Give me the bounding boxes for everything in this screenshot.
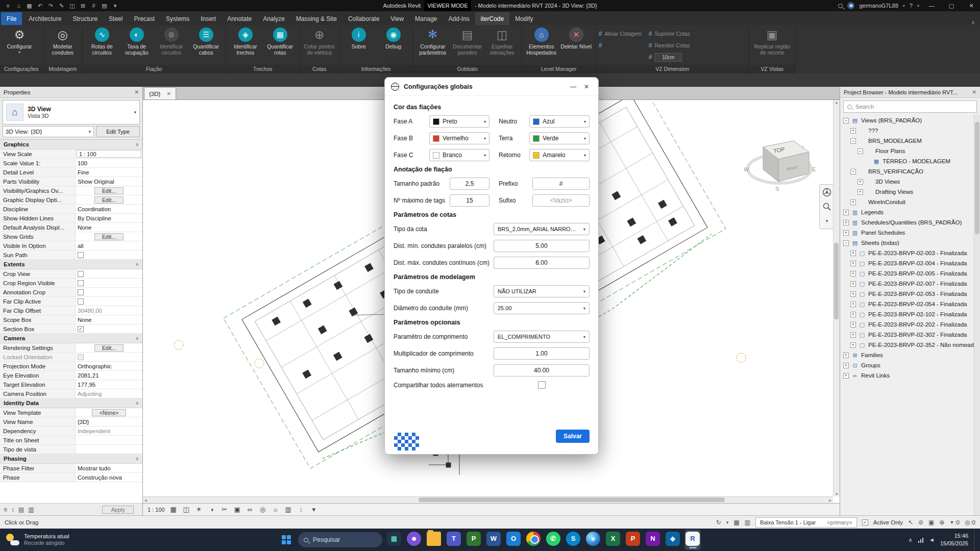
- help-dropdown-icon[interactable]: ▾: [917, 4, 919, 8]
- project-app-icon[interactable]: P: [467, 532, 481, 546]
- type-selector[interactable]: ⌂ 3D View Vista 3D ▾: [3, 100, 140, 124]
- section-box-checkbox[interactable]: ✓: [78, 326, 84, 332]
- tree-item[interactable]: −BRS_VERIFICAÇÃO: [840, 166, 980, 177]
- collapse-toggle[interactable]: −: [850, 138, 856, 144]
- collapse-toggle[interactable]: −: [843, 240, 849, 246]
- worksets-icon[interactable]: ▦: [733, 519, 739, 526]
- network-icon[interactable]: [918, 537, 924, 543]
- redo-icon[interactable]: ↷: [46, 0, 56, 11]
- quantificar-cabos-button[interactable]: ☰ Quantificar cabos: [189, 27, 223, 56]
- tab-itercode[interactable]: iterCode: [475, 12, 509, 25]
- identificar-circuitos-button[interactable]: ⊚ Identificar circuitos: [155, 27, 188, 56]
- vertical-scroll-thumb[interactable]: [834, 243, 839, 319]
- tag-icon[interactable]: #: [89, 0, 99, 11]
- view-tab-3d[interactable]: {3D} ✕: [144, 87, 176, 99]
- clock[interactable]: 15:46 15/05/2025: [940, 532, 968, 547]
- properties-list-icon[interactable]: ≡: [4, 506, 7, 513]
- design-option-select[interactable]: Baixa Tensão 1 - Ligar <primary>: [755, 517, 857, 528]
- dialog-close-button[interactable]: ✕: [581, 83, 592, 90]
- edit-button[interactable]: Edit...: [94, 196, 124, 204]
- multiplicador-input[interactable]: 1.00: [494, 347, 590, 360]
- weather-widget[interactable]: Temperatura atual Recorde atingido: [0, 533, 76, 547]
- dialog-header[interactable]: Configurações globais — ✕: [385, 78, 598, 96]
- 3d-view-icon[interactable]: ⊞: [78, 0, 88, 11]
- excel-icon[interactable]: X: [606, 532, 620, 546]
- people-app-icon[interactable]: ☻: [407, 532, 421, 546]
- tree-item-sheets[interactable]: −▤Sheets (todas): [840, 238, 980, 248]
- teams-icon[interactable]: T: [447, 532, 461, 546]
- tab-analyze[interactable]: Analyze: [257, 12, 290, 25]
- file-explorer-icon[interactable]: [427, 532, 441, 546]
- open-icon[interactable]: ▦: [24, 0, 34, 11]
- expand-toggle[interactable]: +: [843, 353, 849, 358]
- word-icon[interactable]: W: [486, 532, 501, 546]
- nav-options-icon[interactable]: ▾: [821, 215, 833, 227]
- section-identity-data[interactable]: Identity Data∧: [0, 398, 142, 408]
- tree-item-legends[interactable]: +▥Legends: [840, 207, 980, 217]
- tree-item-sheet[interactable]: +▢PE-E-2023-BRVP-02-005 - Finalizada: [840, 268, 980, 279]
- scroll-up-icon[interactable]: ▲: [835, 101, 839, 104]
- tree-item-sheet[interactable]: +▢PE-E-2023-BRVP-02-007 - Finalizada: [840, 279, 980, 289]
- far-clip-checkbox[interactable]: [78, 298, 84, 305]
- tab-structure[interactable]: Structure: [67, 12, 103, 25]
- tree-item-revit-links[interactable]: +∞Revit Links: [840, 370, 980, 381]
- start-button[interactable]: [282, 535, 291, 544]
- tree-item[interactable]: −Floor Plans: [840, 146, 980, 156]
- edit-button[interactable]: Edit...: [94, 344, 124, 352]
- sun-path-checkbox[interactable]: [78, 252, 84, 258]
- scroll-left-icon[interactable]: ◄: [144, 498, 148, 502]
- visible-in-option-value[interactable]: all: [76, 241, 142, 250]
- sufixo-input[interactable]: <Vazio>: [532, 194, 590, 207]
- expand-toggle[interactable]: +: [843, 230, 849, 236]
- more-options-icon[interactable]: ▾: [310, 506, 318, 513]
- sheet-icon[interactable]: ▤: [100, 0, 109, 11]
- chevron-down-icon[interactable]: ▾: [726, 520, 729, 525]
- expand-toggle[interactable]: +: [843, 373, 849, 379]
- zoom-icon[interactable]: [821, 201, 833, 213]
- tab-insert[interactable]: Insert: [195, 12, 222, 25]
- tree-item[interactable]: +???: [840, 126, 980, 136]
- tree-item-sheet[interactable]: +▢PE-E-2023-BRVP-02-004 - Finalizada: [840, 258, 980, 268]
- help-icon[interactable]: ?: [910, 3, 913, 9]
- expand-toggle[interactable]: +: [850, 199, 856, 205]
- filter-view-icon[interactable]: ▥: [28, 506, 34, 513]
- expand-toggle[interactable]: +: [843, 363, 849, 368]
- target-elevation-value[interactable]: 177,95: [76, 380, 142, 389]
- edit-button[interactable]: Edit...: [94, 187, 124, 194]
- diametro-select[interactable]: 25.00▾: [494, 302, 590, 314]
- retorno-select[interactable]: Amarelo▾: [529, 149, 590, 161]
- tab-manage[interactable]: Manage: [409, 12, 443, 25]
- sun-path-icon[interactable]: ☀: [195, 506, 203, 513]
- collapse-toggle[interactable]: −: [850, 169, 856, 174]
- expand-toggle[interactable]: +: [857, 179, 863, 185]
- minimize-button[interactable]: —: [924, 0, 939, 11]
- title-on-sheet-value[interactable]: [76, 436, 142, 444]
- onenote-icon[interactable]: N: [646, 532, 660, 546]
- view-name-value[interactable]: {3D}: [76, 417, 142, 426]
- tree-item-sheet[interactable]: +▢PE-E-2023-BRVP-02-053 - Finalizada: [840, 289, 980, 299]
- parametro-comprimento-select[interactable]: EL_COMPRIMENTO▾: [494, 331, 590, 343]
- tipo-de-conduite-select[interactable]: NÃO UTILIZAR▾: [494, 285, 590, 297]
- sobre-button[interactable]: i Sobre: [342, 27, 376, 49]
- salvar-button[interactable]: Salvar: [556, 430, 590, 443]
- select-pinned-icon[interactable]: ▣: [928, 519, 934, 526]
- qat-customize-icon[interactable]: ▾: [110, 0, 120, 11]
- vscode-icon[interactable]: ◆: [666, 532, 680, 546]
- taskbar-search-input[interactable]: Pesquisar: [298, 532, 382, 547]
- maximize-button[interactable]: ▢: [944, 0, 959, 11]
- configurar-parametros-button[interactable]: ✻ Configurar parâmetros: [416, 27, 450, 56]
- scale-value[interactable]: 100: [76, 159, 142, 167]
- avatar[interactable]: ☻: [847, 2, 854, 9]
- tab-view[interactable]: View: [385, 12, 409, 25]
- expand-toggle[interactable]: +: [850, 271, 856, 277]
- browser-scrollbar[interactable]: [974, 115, 980, 515]
- group-view-icon[interactable]: ▤: [18, 506, 24, 513]
- username[interactable]: germanoG7L88: [859, 3, 898, 9]
- worksharing-display-icon[interactable]: ↕: [297, 506, 305, 513]
- close-button[interactable]: ✕: [964, 0, 979, 11]
- sync-icon[interactable]: ↻: [716, 519, 721, 526]
- expand-toggle[interactable]: +: [843, 220, 849, 226]
- deletar-nivel-button[interactable]: ✕ Deletar Nível: [559, 27, 593, 49]
- crop-view-checkbox[interactable]: [78, 271, 84, 277]
- rotas-de-circuitos-button[interactable]: ∿ Rotas de circuitos: [85, 27, 119, 56]
